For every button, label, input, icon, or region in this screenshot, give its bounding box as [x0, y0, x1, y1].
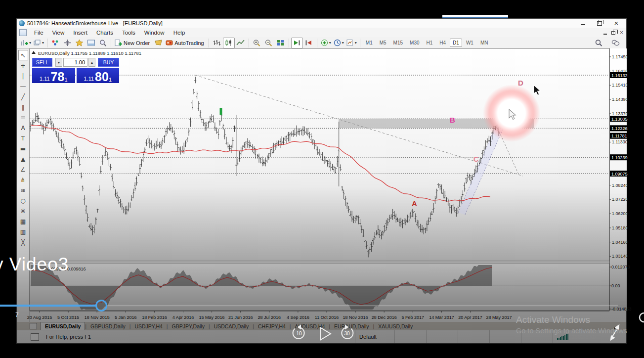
drawing-toolbar: ↖+|—╱∥≡AT▬▲∠⋔≋○※▦▥╳: [17, 49, 30, 322]
sell-quote[interactable]: 1.11 78 1: [32, 68, 75, 83]
tool-crossout[interactable]: ╳: [18, 237, 28, 247]
tool-angle-tool[interactable]: ∠: [18, 164, 28, 175]
tool-rectangle[interactable]: ▬: [18, 143, 28, 154]
tool-equidistant-channel[interactable]: ∥: [18, 102, 28, 112]
search-button[interactable]: [593, 38, 604, 48]
chart-tab-euraud[interactable]: EURAUD,Daily: [330, 322, 373, 330]
timeframe-m30[interactable]: M30: [407, 39, 422, 47]
tool-trendline[interactable]: ╱: [18, 91, 28, 102]
chart-tab-eurusd[interactable]: EURUSD,Daily: [41, 322, 85, 330]
menu-view[interactable]: View: [48, 29, 69, 37]
strategy-tester-button[interactable]: [97, 38, 109, 48]
restore-button[interactable]: [596, 20, 603, 27]
toolbar-separator: [249, 39, 249, 47]
dropdown-arrow-icon: ▾: [342, 41, 344, 45]
timeframe-h1[interactable]: H1: [424, 39, 436, 47]
timeframe-h4[interactable]: H4: [436, 39, 449, 47]
templates-button[interactable]: ▾: [345, 38, 358, 48]
zoom-in-button[interactable]: [251, 38, 263, 48]
buy-button[interactable]: BUY: [98, 58, 119, 67]
tool-text-label[interactable]: T: [18, 133, 28, 143]
status-cell: [427, 330, 458, 343]
child-restore-button[interactable]: [611, 30, 615, 36]
timeframe-mn[interactable]: MN: [477, 39, 491, 47]
menu-tools[interactable]: Tools: [118, 29, 140, 37]
sell-button[interactable]: SELL: [32, 58, 52, 67]
tool-triangle[interactable]: ▲: [18, 154, 28, 164]
volume-field[interactable]: 1.00: [63, 58, 87, 67]
child-minimize-button[interactable]: [603, 30, 607, 36]
indicators-button[interactable]: ▾: [319, 38, 332, 48]
chart-tab-xauusd[interactable]: XAUUSD,Daily: [374, 322, 417, 330]
tool-gann-grid[interactable]: ▦: [18, 216, 28, 226]
navigator-button[interactable]: [73, 38, 85, 48]
zoom-out-button[interactable]: [263, 38, 275, 48]
status-cell: [521, 330, 553, 343]
profiles-button[interactable]: ▾: [32, 38, 45, 48]
status-bar: For Help, press F1 Default 1882/8 kb: [17, 330, 626, 343]
menu-help[interactable]: Help: [169, 29, 190, 37]
tool-fibonacci-retracement[interactable]: ≡: [18, 112, 28, 123]
menu-file[interactable]: File: [30, 29, 48, 37]
new-order-button[interactable]: New Order: [113, 38, 152, 48]
tool-vertical-line[interactable]: |: [18, 71, 28, 81]
child-close-button[interactable]: ×: [620, 29, 623, 36]
data-window-button[interactable]: [61, 38, 73, 48]
tool-cycle-lines[interactable]: ※: [18, 206, 28, 216]
tile-windows-button[interactable]: [275, 38, 287, 48]
network-bars-icon: [557, 333, 570, 340]
line-chart-button[interactable]: [235, 38, 247, 48]
autotrading-button[interactable]: AutoTrading: [164, 38, 207, 48]
tab-strip: EURUSD,Daily|GBPUSD,Daily|USDJPY,H4|GBPJ…: [41, 322, 417, 330]
dropdown-arrow-icon: ▾: [29, 41, 31, 45]
buy-quote[interactable]: 1.11 80 1: [77, 68, 120, 83]
dropdown-arrow-icon: ▾: [355, 41, 357, 45]
menu-insert[interactable]: Insert: [69, 29, 92, 37]
video-frame: 5017846: HanseaticBrokerhouse-Live - [EU…: [0, 0, 644, 358]
tool-horizontal-line[interactable]: —: [18, 81, 28, 91]
menu-charts[interactable]: Charts: [92, 29, 118, 37]
sell-price-small: 1.11: [40, 75, 50, 82]
market-watch-button[interactable]: [49, 38, 61, 48]
chart-shift-button[interactable]: [303, 38, 315, 48]
chat-button[interactable]: [609, 38, 621, 48]
tool-andrews-pitchfork[interactable]: ⋔: [18, 175, 28, 185]
timeframe-w1[interactable]: W1: [463, 39, 476, 47]
chart-tab-gbpjpy[interactable]: GBPJPY,Daily: [168, 322, 209, 330]
chart-tab-audusd[interactable]: AUDUSD,H4: [291, 322, 329, 330]
buy-price-big: 80: [95, 71, 109, 82]
menu-window[interactable]: Window: [140, 29, 169, 37]
chart-tab-gbpusd[interactable]: GBPUSD,Daily: [86, 322, 129, 330]
toolbar-separator: [209, 39, 209, 47]
new-chart-button[interactable]: ▾: [19, 38, 32, 48]
mail-button[interactable]: [152, 38, 164, 48]
volume-up-button[interactable]: ▲: [88, 58, 95, 67]
periods-button[interactable]: ▾: [332, 38, 345, 48]
chart-tab-usdjpy[interactable]: USDJPY,H4: [130, 322, 166, 330]
timeframe-d1[interactable]: D1: [450, 39, 462, 47]
bar-chart-button[interactable]: [211, 38, 223, 48]
chart-tab-chfjpy[interactable]: CHFJPY,H4: [254, 322, 290, 330]
minimize-button[interactable]: [579, 20, 587, 27]
buy-price-small: 1.11: [84, 75, 94, 82]
close-button[interactable]: ×: [612, 20, 620, 27]
timeframe-m5[interactable]: M5: [377, 39, 389, 47]
timeframe-m1[interactable]: M1: [363, 39, 376, 47]
menu-bar: FileViewInsertChartsToolsWindowHelp ×: [17, 28, 626, 38]
tool-crosshair[interactable]: +: [18, 60, 28, 71]
tool-ellipse[interactable]: ○: [18, 195, 28, 206]
terminal-button[interactable]: [85, 38, 97, 48]
chart-tab-usdcad[interactable]: USDCAD,Daily: [210, 322, 253, 330]
status-cell: [490, 330, 521, 343]
tool-cursor[interactable]: ↖: [18, 50, 28, 60]
candlestick-chart-button[interactable]: [223, 38, 235, 48]
status-network: 1882/8 kb: [553, 330, 626, 343]
tool-fibonacci-fan[interactable]: ≋: [18, 185, 28, 195]
status-profile[interactable]: Default: [355, 330, 395, 343]
tool-vertical-grid[interactable]: ▥: [18, 226, 28, 237]
volume-down-button[interactable]: ▼: [55, 58, 62, 67]
auto-scroll-button[interactable]: [291, 38, 303, 48]
toolbar-separator: [289, 39, 289, 47]
timeframe-m15[interactable]: M15: [390, 39, 406, 47]
tool-text[interactable]: A: [18, 123, 28, 133]
